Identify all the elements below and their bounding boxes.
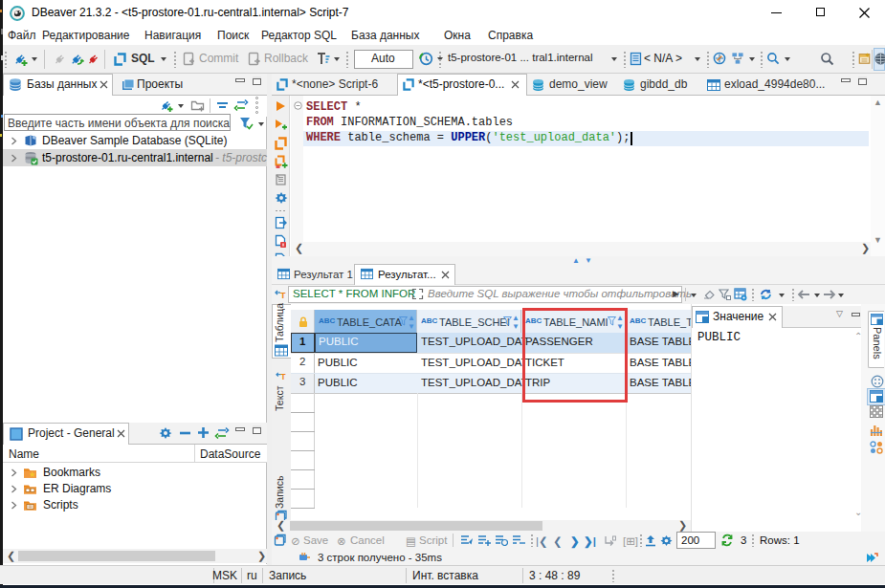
svg-text:T: T — [280, 291, 286, 300]
svg-text:T: T — [281, 373, 286, 381]
